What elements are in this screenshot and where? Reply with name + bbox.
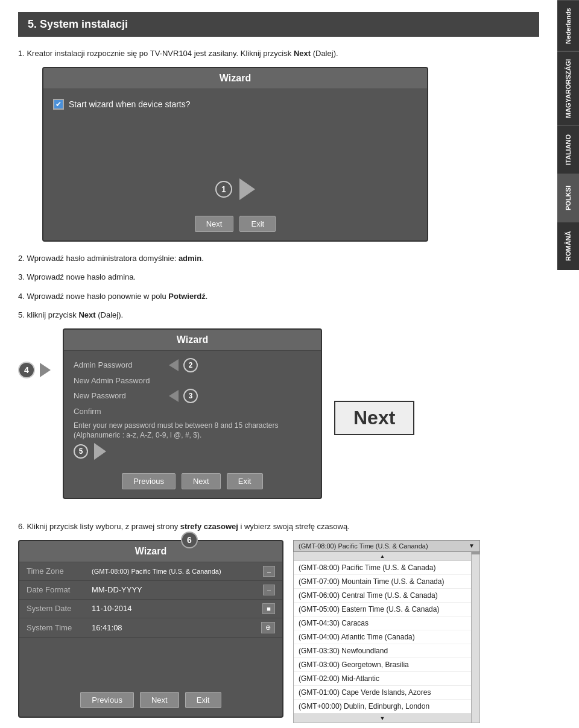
wizard1-body: ✔ Start wizard when device starts? 1 [43, 89, 427, 210]
wizard2-section: 4 Wizard Admin Password 2 New Admin Pass… [18, 328, 539, 510]
instruction-3: 3. Wprowadź nowe hasło admina. [18, 271, 539, 283]
wizard3-empty-space [19, 638, 282, 686]
timezone-list-container: ▲ (GMT-08:00) Pacific Time (U.S. & Canad… [293, 552, 480, 723]
sidebar-tab-romana[interactable]: ROMÂNĂ [557, 222, 579, 270]
wizard2-next-button[interactable]: Next [182, 473, 221, 489]
instruction-2: 2. Wprowadź hasło administratora domyśln… [18, 253, 539, 265]
instruction-5: 5. kliknij przycisk Next (Dalej). [18, 309, 539, 321]
wizard3-inner-layout: Wizard Time Zone (GMT-08:00) Pacific Tim… [18, 540, 539, 728]
arrow-next-1 [239, 178, 255, 200]
checkbox-icon[interactable]: ✔ [53, 99, 64, 110]
timezone-list-items: ▲ (GMT-08:00) Pacific Time (U.S. & Canad… [294, 552, 471, 723]
tz-option-6[interactable]: (GMT-03:30) Newfoundland [294, 644, 471, 658]
chevron-down-icon: ▼ [469, 542, 475, 549]
wizard3-field-systime: System Time 16:41:08 ⊕ [19, 618, 282, 638]
sidebar-tab-magyarorszagi[interactable]: MAGYARORSZÁGI [557, 51, 579, 125]
step-circle-1: 1 [215, 181, 232, 198]
wizard-box-1: Wizard ✔ Start wizard when device starts… [42, 67, 428, 242]
systime-btn[interactable]: ⊕ [261, 622, 275, 633]
wizard3-field-dateformat: Date Format MM-DD-YYYY – [19, 581, 282, 600]
wizard3-previous-button[interactable]: Previous [80, 692, 134, 708]
tz-option-2[interactable]: (GMT-06:00) Central Time (U.S. & Canada) [294, 589, 471, 603]
tz-scrollbar [471, 552, 479, 723]
wizard3-exit-button[interactable]: Exit [185, 692, 221, 708]
field-row-new-password: New Password 3 [74, 389, 311, 403]
field-row-new-admin-password: New Admin Password [74, 376, 311, 385]
wizard1-title: Wizard [43, 68, 427, 89]
step4-left: 4 [18, 328, 51, 378]
dateformat-btn[interactable]: – [263, 585, 275, 595]
step5-area: 5 [74, 441, 311, 460]
wizard3-section: 6 Wizard Time Zone (GMT-08:00) Pacific T… [18, 540, 539, 728]
big-next-container: Next [334, 328, 414, 435]
password-note: Enter your new password must be between … [74, 421, 311, 441]
tz-option-7[interactable]: (GMT-03:00) Georgetown, Brasilia [294, 658, 471, 672]
tz-option-9[interactable]: (GMT-01:00) Cape Verde Islands, Azores [294, 686, 471, 700]
field-row-confirm: Confirm [74, 407, 311, 416]
wizard3-fields: Time Zone (GMT-08:00) Pacific Time (U.S.… [19, 562, 282, 638]
tz-scrollbar-track[interactable] [472, 552, 480, 554]
sidebar-tab-nederlands[interactable]: Nederlands [557, 0, 579, 51]
arrow-field-admin [169, 359, 179, 371]
wizard2-body: Admin Password 2 New Admin Password New … [64, 351, 321, 468]
big-next-label: Next [334, 401, 414, 435]
main-content: 5. System instalacji 1. Kreator instalac… [0, 0, 557, 728]
field-row-admin-password: Admin Password 2 [74, 358, 311, 372]
step1-area: 1 [215, 166, 255, 200]
wizard2-exit-button[interactable]: Exit [227, 473, 263, 489]
tz-option-10[interactable]: (GMT+00:00) Dublin, Edinburgh, London [294, 700, 471, 714]
wizard2-title: Wizard [64, 330, 321, 351]
step-circle-2: 2 [183, 358, 198, 372]
instruction-6: 6. Kliknij przycisk listy wyboru, z praw… [18, 521, 539, 533]
tz-option-3[interactable]: (GMT-05:00) Eastern Time (U.S. & Canada) [294, 603, 471, 617]
step-circle-3: 3 [183, 389, 198, 403]
wizard1-inner: 1 [53, 116, 417, 200]
tz-option-1[interactable]: (GMT-07:00) Mountain Time (U.S. & Canada… [294, 575, 471, 589]
sidebar-tabs: Nederlands MAGYARORSZÁGI ITALIANO POLKSI… [557, 0, 579, 728]
wizard1-exit-button[interactable]: Exit [239, 216, 276, 232]
arrow-field-new-pw [169, 390, 179, 402]
instruction-4: 4. Wprowadź nowe hasło ponownie w polu P… [18, 290, 539, 303]
wizard3-field-timezone: Time Zone (GMT-08:00) Pacific Time (U.S.… [19, 562, 282, 581]
wizard-box-2: Wizard Admin Password 2 New Admin Passwo… [63, 328, 322, 500]
timezone-dropdown-panel: (GMT-08:00) Pacific Time (U.S. & Cananda… [293, 540, 480, 728]
tz-option-0[interactable]: (GMT-08:00) Pacific Time (U.S. & Canada) [294, 561, 471, 575]
sidebar-tab-italiano[interactable]: ITALIANO [557, 125, 579, 174]
tz-scroll-down-arrow[interactable]: ▼ [294, 714, 471, 723]
step6-circle-container: 6 [181, 532, 200, 548]
step-circle-4: 4 [18, 362, 35, 378]
wizard1-next-button[interactable]: Next [195, 216, 234, 232]
wizard1-btn-row: Next Exit [43, 210, 427, 240]
tz-option-4[interactable]: (GMT-04:30) Caracas [294, 617, 471, 630]
tz-scroll-up-arrow[interactable]: ▲ [294, 552, 471, 561]
arrow-step5 [94, 443, 106, 460]
wizard3-btn-row: Previous Next Exit [19, 686, 282, 717]
sidebar-tab-polksi[interactable]: POLKSI [557, 174, 579, 222]
checkbox-row: ✔ Start wizard when device starts? [53, 99, 417, 110]
instruction-1: 1. Kreator instalacji rozpocznie się po … [18, 48, 539, 60]
wizard2-btn-row: Previous Next Exit [64, 467, 321, 498]
page-header: 5. System instalacji [18, 12, 539, 37]
arrow-step4 [40, 363, 51, 377]
step-circle-5: 5 [74, 444, 88, 459]
step-circle-6: 6 [181, 532, 198, 548]
wizard2-previous-button[interactable]: Previous [122, 473, 176, 489]
tz-option-8[interactable]: (GMT-02:00) Mid-Atlantic [294, 672, 471, 686]
tz-option-5[interactable]: (GMT-04:00) Atlantic Time (Canada) [294, 630, 471, 644]
sysdate-btn[interactable]: ■ [262, 603, 275, 614]
wizard3-next-button[interactable]: Next [140, 692, 179, 708]
wizard3-title: Wizard [19, 541, 282, 562]
timezone-dropdown-header[interactable]: (GMT-08:00) Pacific Time (U.S. & Cananda… [293, 540, 480, 552]
wizard-box-3: Wizard Time Zone (GMT-08:00) Pacific Tim… [18, 540, 283, 718]
wizard3-field-sysdate: System Date 11-10-2014 ■ [19, 600, 282, 618]
timezone-dropdown-btn[interactable]: – [263, 566, 275, 577]
